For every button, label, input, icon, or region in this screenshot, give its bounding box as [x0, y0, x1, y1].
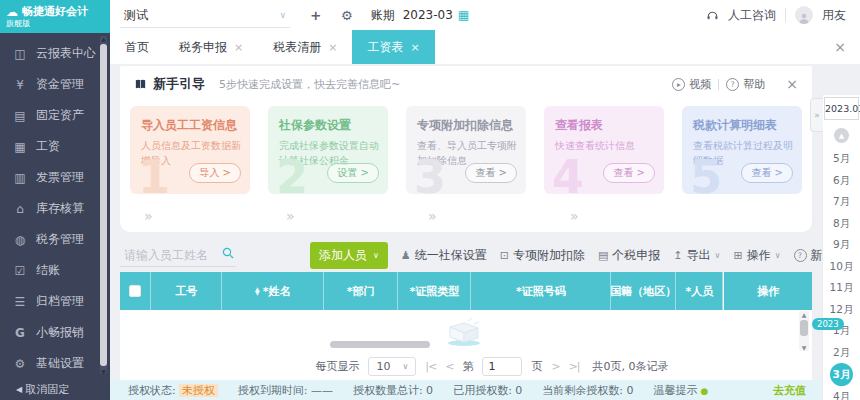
- empty-state-illustration: [438, 313, 494, 350]
- next-page-button[interactable]: >: [551, 360, 559, 373]
- current-period-box[interactable]: 2023.03: [824, 97, 859, 120]
- sidebar-item-settings[interactable]: ⚙基础设置: [0, 348, 98, 376]
- month-item[interactable]: 8月: [823, 213, 860, 235]
- step-number: 3: [414, 157, 446, 194]
- month-item-active[interactable]: 3月: [830, 363, 853, 386]
- view-step-button[interactable]: 查看 >: [741, 163, 793, 183]
- export-button[interactable]: ↥导出∨: [673, 247, 720, 264]
- search-icon[interactable]: [222, 247, 234, 262]
- auth-expire: 授权到期时间: ——: [238, 383, 333, 398]
- scroll-up-icon[interactable]: ▲: [99, 35, 108, 42]
- sidebar-item-funds[interactable]: ¥资金管理: [0, 69, 98, 100]
- last-page-button[interactable]: >|: [569, 360, 580, 373]
- month-item[interactable]: 11月: [823, 277, 860, 299]
- step-title: 查看报表: [555, 117, 656, 134]
- close-tab-icon[interactable]: ×: [410, 41, 419, 54]
- video-button[interactable]: ▸视频: [672, 77, 711, 92]
- sidebar-item-cloud-reports[interactable]: ◫云报表中心: [0, 38, 98, 69]
- month-item[interactable]: 2月: [823, 342, 860, 364]
- unpin-icon: ◀: [16, 385, 22, 394]
- prev-page-button[interactable]: <: [445, 360, 453, 373]
- sidebar-item-tax[interactable]: ◍税务管理: [0, 224, 98, 255]
- settings-gear-icon[interactable]: ⚙: [341, 8, 353, 23]
- cloud-logo-icon: ☁: [6, 5, 18, 19]
- month-item[interactable]: 7月: [823, 191, 860, 213]
- step-chevron-icon: »: [144, 208, 153, 224]
- month-item[interactable]: 6月: [823, 170, 860, 192]
- month-item[interactable]: 10月: [823, 256, 860, 278]
- archive-icon: ☰: [13, 295, 27, 309]
- view-step-button[interactable]: 查看 >: [465, 163, 517, 183]
- employee-search[interactable]: [120, 244, 236, 267]
- user-name[interactable]: 用友: [822, 7, 846, 24]
- scroll-down-icon[interactable]: ▼: [799, 344, 809, 351]
- sidebar-item-closing[interactable]: ☑结账: [0, 255, 98, 286]
- step-title: 专项附加扣除信息: [417, 117, 518, 134]
- sidebar-item-payroll[interactable]: ▦工资: [0, 131, 98, 162]
- help-button[interactable]: ?帮助: [726, 77, 765, 92]
- sidebar-item-reimburse[interactable]: G小畅报销: [0, 317, 98, 348]
- sidebar-item-archive[interactable]: ☰归档管理: [0, 286, 98, 317]
- sidebar-item-inventory[interactable]: ⌂库存核算: [0, 193, 98, 224]
- payroll-toolbar: 添加人员 ∨ ♟统一社保设置 ⊡专项附加扣除 ▤个税申报 ↥导出∨ ⊞操作∨ ?…: [120, 238, 812, 272]
- question-icon: ?: [726, 78, 739, 91]
- topbar: 测试 ∨ ＋ ⚙ 账期 2023-03 ▦ 人工咨询 用友: [110, 0, 860, 30]
- scroll-months-up-button[interactable]: ▲: [834, 128, 849, 143]
- tab-tax-register[interactable]: 税表清册×: [258, 30, 352, 64]
- add-account-button[interactable]: ＋: [308, 6, 323, 25]
- vertical-scroll-thumb[interactable]: [800, 320, 808, 336]
- tips[interactable]: 温馨提示●: [654, 383, 709, 398]
- newbie-guide-panel: 新手引导 5步快速完成设置，快去完善信息吧~ ▸视频 ?帮助 × 导入员工工资信…: [120, 66, 812, 232]
- close-all-tabs-icon[interactable]: ×: [834, 39, 846, 55]
- month-item[interactable]: 9月: [823, 234, 860, 256]
- guide-step-card-4: 查看报表 快速查看统计信息 4 查看 >: [544, 106, 664, 194]
- operations-button[interactable]: ⊞操作∨: [733, 247, 780, 264]
- close-tab-icon[interactable]: ×: [328, 41, 337, 54]
- tab-tax-declare[interactable]: 税务申报×: [164, 30, 258, 64]
- page-number-input[interactable]: [482, 357, 522, 376]
- first-page-button[interactable]: |<: [425, 360, 436, 373]
- setup-step-button[interactable]: 设置 >: [327, 163, 379, 183]
- per-page-select[interactable]: 10 ∨: [368, 357, 416, 376]
- month-item[interactable]: 12月: [823, 299, 860, 321]
- tab-home[interactable]: 首页: [110, 30, 164, 64]
- sidebar-item-fixed-assets[interactable]: ▤固定资产: [0, 100, 98, 131]
- horizontal-scrollbar[interactable]: [330, 341, 430, 348]
- sidebar-scrollbar[interactable]: ▲ ▼: [100, 36, 107, 374]
- view-step-button[interactable]: 查看 >: [603, 163, 655, 183]
- step-title: 导入员工工资信息: [141, 117, 242, 134]
- guide-title: 新手引导: [153, 75, 205, 93]
- unpin-sidebar-button[interactable]: ◀ 取消固定: [16, 382, 69, 397]
- special-deduction-button[interactable]: ⊡专项附加扣除: [500, 247, 585, 264]
- sort-icon[interactable]: ▲▼: [255, 287, 260, 296]
- settings-icon: ⚙: [13, 357, 27, 371]
- recharge-link[interactable]: 去充值: [773, 383, 806, 398]
- select-all-checkbox[interactable]: [129, 285, 141, 297]
- reimburse-icon: G: [13, 326, 27, 340]
- sidebar-scroll-thumb[interactable]: [100, 44, 107, 366]
- avatar[interactable]: [795, 6, 813, 24]
- add-personnel-button[interactable]: 添加人员 ∨: [310, 242, 388, 269]
- invoice-icon: ▥: [13, 171, 27, 185]
- calendar-icon[interactable]: ▦: [458, 8, 469, 22]
- headset-icon: [706, 9, 719, 22]
- tab-bar: 首页 税务申报× 税表清册× 工资表× ×: [110, 30, 860, 64]
- vertical-scrollbar[interactable]: ▲ ▼: [799, 311, 809, 351]
- tab-payroll-active[interactable]: 工资表×: [352, 30, 434, 64]
- tax-declare-button[interactable]: ▤个税申报: [598, 247, 660, 264]
- month-item[interactable]: 5月: [823, 148, 860, 170]
- support-link[interactable]: 人工咨询: [728, 7, 776, 24]
- collapse-panel-icon[interactable]: »: [810, 98, 823, 132]
- account-selector[interactable]: 测试 ∨: [120, 3, 290, 28]
- sidebar-item-invoices[interactable]: ▥发票管理: [0, 162, 98, 193]
- unified-social-settings-button[interactable]: ♟统一社保设置: [401, 247, 487, 264]
- close-tab-icon[interactable]: ×: [234, 41, 243, 54]
- close-guide-icon[interactable]: ×: [786, 76, 798, 92]
- scroll-up-icon[interactable]: ▲: [799, 311, 809, 318]
- export-icon: ↥: [673, 249, 682, 262]
- month-item[interactable]: 4月: [823, 386, 860, 400]
- scroll-down-icon[interactable]: ▼: [99, 368, 108, 375]
- search-input[interactable]: [122, 247, 222, 263]
- import-step-button[interactable]: 导入 >: [189, 163, 241, 183]
- period-value[interactable]: 2023-03: [403, 8, 453, 22]
